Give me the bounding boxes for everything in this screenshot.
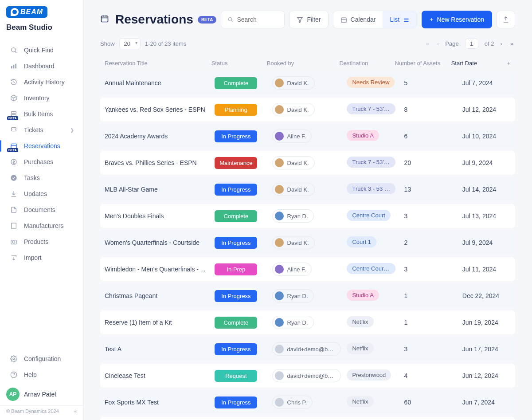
import-icon [9, 254, 19, 261]
cell-status: Complete [215, 210, 272, 222]
col-dest[interactable]: Destination [339, 60, 395, 67]
logo[interactable]: BEAM [0, 0, 83, 18]
cell-assets: 1 [404, 319, 462, 326]
calendar-icon [100, 14, 109, 25]
cell-title: Yankees vs. Red Sox Series - ESPN [100, 106, 215, 113]
page-input[interactable] [465, 39, 478, 49]
new-reservation-button[interactable]: + New Reservation [422, 11, 492, 28]
cell-status: In Progress [215, 237, 272, 249]
cell-title: Cinelease Test [100, 372, 215, 379]
col-status[interactable]: Status [211, 60, 267, 67]
col-assets[interactable]: Number of Assets [395, 60, 451, 67]
sidebar-item-tasks[interactable]: Tasks [3, 170, 80, 185]
cell-booked: David K. [272, 236, 347, 249]
table-row[interactable]: Christmas PageantIn ProgressRyan D.Studi… [100, 284, 515, 308]
first-page-icon[interactable]: « [424, 39, 431, 49]
cell-status: In Progress [215, 290, 272, 302]
table-row[interactable]: 2024 Academy AwardsIn ProgressAline F.St… [100, 124, 515, 148]
table-header: Reservation Title Status Booked by Desti… [100, 55, 515, 71]
sidebar-item-reservations[interactable]: ReservationsBETA [3, 138, 80, 153]
list-icon [403, 16, 410, 23]
cell-destination: Truck 7 - 53' HD [347, 157, 404, 169]
cell-date: Jul 9, 2024 [462, 159, 515, 166]
table-row[interactable]: MLB All-Star GameIn ProgressDavid K.Truc… [100, 177, 515, 201]
cell-date: Jul 13, 2024 [462, 212, 515, 220]
user-name: Arnav Patel [24, 391, 56, 398]
sidebar-item-dashboard[interactable]: Dashboard [3, 59, 80, 74]
cell-date: Jul 7, 2024 [462, 79, 515, 86]
table-row[interactable]: Cinelease TestRequestdavid+demo@beam...P… [100, 364, 515, 388]
table: Reservation Title Status Booked by Desti… [83, 55, 532, 420]
sidebar-item-configuration[interactable]: Configuration [3, 351, 80, 366]
calendar-view-button[interactable]: Calendar [333, 11, 383, 28]
cell-assets: 2 [404, 239, 462, 246]
bldg-icon [9, 222, 19, 229]
svg-rect-4 [15, 64, 16, 69]
cell-date: Jun 12, 2024 [462, 372, 515, 379]
table-row[interactable]: Annual MaintenanceCompleteDavid K.Needs … [100, 71, 515, 95]
show-label: Show [100, 40, 115, 47]
table-row[interactable]: Test AIn Progressdavid+demo@beam...Netfl… [100, 337, 515, 361]
user-profile[interactable]: AP Arnav Patel [0, 383, 83, 405]
page-size-select[interactable]: 20 [119, 38, 141, 49]
add-column-icon[interactable]: + [502, 60, 515, 67]
sidebar-item-products[interactable]: Products [3, 234, 80, 249]
svg-point-0 [12, 48, 16, 52]
cell-status: In Prep [215, 263, 272, 275]
cell-title: Women's Quarterfinals - Courtside [100, 239, 215, 246]
search-icon [227, 16, 233, 23]
last-page-icon[interactable]: » [509, 39, 515, 49]
user-avatar: AP [6, 388, 20, 401]
prev-page-icon[interactable]: ‹ [435, 39, 441, 49]
sidebar-item-import[interactable]: Import [3, 250, 80, 265]
sidebar: BEAM Beam Studio Quick FindDashboardActi… [0, 0, 83, 420]
table-row[interactable]: Women's Quarterfinals - CourtsideIn Prog… [100, 231, 515, 255]
cell-title: MLB All-Star Game [100, 186, 215, 193]
ticket-icon [9, 126, 19, 133]
table-row[interactable]: Yankees vs. Red Sox Series - ESPNPlannin… [100, 98, 515, 122]
sidebar-item-quick-find[interactable]: Quick Find [3, 43, 80, 58]
nav: Quick FindDashboardActivity HistoryInven… [0, 40, 83, 351]
col-date[interactable]: Start Date [451, 60, 503, 67]
list-view-button[interactable]: List [383, 11, 417, 28]
cell-title: Test A [100, 345, 215, 353]
table-row[interactable]: Men's Doubles FinalsCompleteRyan D.Centr… [100, 204, 515, 228]
sidebar-item-documents[interactable]: Documents [3, 202, 80, 217]
sidebar-item-inventory[interactable]: Inventory [3, 90, 80, 106]
cell-assets: 60 [404, 399, 462, 406]
cell-booked: David K. [272, 76, 347, 90]
cell-booked: Ryan D. [272, 289, 347, 302]
col-booked[interactable]: Booked by [267, 60, 340, 67]
table-row[interactable]: Reserve (1) Item of a KitCompleteRyan D.… [100, 310, 515, 334]
calendar-icon [340, 16, 347, 23]
search-input[interactable] [221, 11, 285, 28]
down-icon [9, 190, 19, 197]
next-page-icon[interactable]: › [498, 39, 504, 49]
svg-point-18 [13, 358, 15, 360]
sidebar-item-updates[interactable]: Updates [3, 186, 80, 201]
cell-title: Fox Sports MX Test [100, 399, 215, 406]
col-title[interactable]: Reservation Title [100, 60, 211, 67]
main: Reservations BETA Filter Calendar List +… [83, 0, 532, 420]
table-row[interactable]: College World Series - OmahaIn ProgressD… [100, 417, 515, 420]
cell-title: Reserve (1) Item of a Kit [100, 319, 215, 326]
sidebar-item-manufacturers[interactable]: Manufacturers [3, 218, 80, 233]
table-row[interactable]: Wimbledon - Men's Quarterfinals - ...In … [100, 257, 515, 281]
collapse-sidebar-icon[interactable]: « [74, 408, 77, 414]
plus-icon: + [430, 16, 433, 23]
toolbar: Show 20 1-20 of 23 items « ‹ Page of 2 ›… [83, 37, 532, 55]
cell-title: Wimbledon - Men's Quarterfinals - ... [100, 266, 215, 273]
header: Reservations BETA Filter Calendar List +… [83, 0, 532, 37]
sidebar-item-purchases[interactable]: Purchases [3, 154, 80, 169]
cell-destination: Studio A [347, 290, 404, 302]
sidebar-item-help[interactable]: Help [3, 367, 80, 382]
table-row[interactable]: Fox Sports MX TestIn ProgressChris P.Net… [100, 390, 515, 414]
cell-date: Jul 14, 2024 [462, 186, 515, 193]
filter-button[interactable]: Filter [289, 11, 328, 28]
sidebar-item-activity-history[interactable]: Activity History [3, 75, 80, 90]
sidebar-item-tickets[interactable]: Tickets❯ [3, 122, 80, 137]
cell-date: Jul 11, 2024 [462, 266, 515, 273]
table-row[interactable]: Braves vs. Phillies Series - ESPNMainten… [100, 151, 515, 175]
upload-button[interactable] [497, 11, 515, 28]
sidebar-item-bulk-items[interactable]: Bulk ItemsBETA [3, 106, 80, 122]
